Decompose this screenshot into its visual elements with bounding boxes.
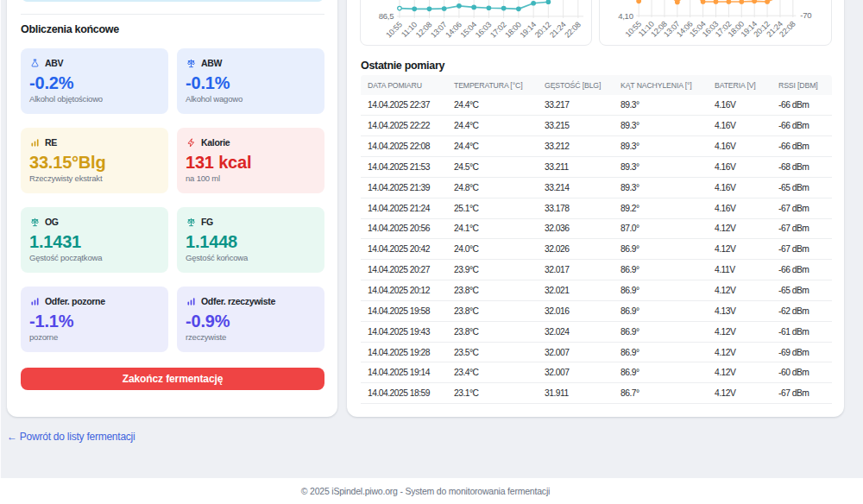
x-tick-label: 19:14	[518, 20, 538, 39]
table-cell: 4.12V	[708, 239, 772, 260]
chart-point	[398, 6, 402, 9]
page-left-edge	[0, 0, 1, 504]
chart-point	[457, 4, 462, 8]
stat-card-value: -0.2%	[29, 72, 160, 93]
table-cell: 31.911	[538, 383, 614, 404]
table-cell: 32.036	[538, 218, 614, 239]
table-cell: 23.9°C	[447, 260, 538, 280]
stat-card-kalorie: Kalorie131 kcalna 100 ml	[177, 128, 324, 193]
stat-card-sublabel: Rzeczywisty ekstrakt	[29, 173, 160, 183]
column-header: TEMPERATURA [°C]	[447, 75, 538, 95]
chart-point	[501, 6, 506, 9]
stat-card-label: OG	[45, 217, 59, 227]
table-cell: 86.9°	[614, 280, 708, 301]
column-header: KĄT NACHYLENIA [°]	[614, 75, 708, 95]
table-cell: 23.8°C	[447, 280, 538, 301]
stat-card-label: ABW	[201, 58, 222, 68]
table-cell: 4.13V	[708, 300, 772, 321]
stat-card-label: RE	[45, 137, 57, 148]
table-cell: 32.026	[538, 239, 614, 260]
table-cell: 4.16V	[708, 116, 772, 136]
battery-rssi-chart: 4,10-7010:5511:1012:0813:0714:0615:0416:…	[600, 0, 831, 45]
stat-card-odfer-pozorne: Odfer. pozorne-1.1%pozorne	[21, 287, 168, 352]
bar-chart-icon	[186, 297, 196, 306]
table-cell: 32.021	[538, 280, 614, 301]
table-cell: 4.12V	[708, 383, 772, 404]
column-header: DATA POMIARU	[361, 75, 447, 95]
table-cell: 4.12V	[708, 218, 772, 239]
table-cell: 32.024	[538, 321, 614, 342]
table-row: 14.04.2025 19:5823.8°C32.01686.9°4.13V-6…	[361, 300, 832, 321]
chart-point	[765, 0, 770, 3]
stat-card-label: ABV	[45, 58, 63, 68]
table-cell: 4.16V	[708, 177, 772, 198]
table-cell: 86.9°	[614, 239, 708, 260]
chart-point	[413, 7, 417, 10]
back-to-fermentations-link[interactable]: ← Powrót do listy fermentacji	[7, 431, 135, 443]
chart-point	[701, 0, 705, 3]
finish-fermentation-button[interactable]: Zakończ fermentację	[21, 368, 324, 390]
lightning-icon	[186, 138, 196, 148]
table-cell: 14.04.2025 22:37	[361, 95, 447, 116]
table-cell: 89.3°	[614, 136, 708, 157]
table-row: 14.04.2025 19:4323.8°C32.02486.9°4.12V-6…	[361, 321, 832, 342]
y-tick-label: 4,10	[618, 11, 633, 21]
table-cell: 87.0°	[614, 218, 708, 239]
table-cell: 24.5°C	[447, 157, 538, 178]
chart-point	[442, 7, 446, 10]
table-cell: 4.12V	[708, 321, 772, 342]
table-cell: 86.9°	[614, 300, 708, 321]
table-cell: 4.12V	[708, 280, 772, 301]
table-cell: 14.04.2025 20:12	[361, 280, 447, 301]
stat-card-sublabel: rzeczywiste	[186, 332, 316, 342]
table-cell: 14.04.2025 19:28	[361, 342, 447, 362]
divider	[21, 14, 324, 15]
table-cell: 32.017	[538, 260, 614, 280]
stat-card-value: -1.1%	[29, 311, 160, 331]
table-cell: -68 dBm	[772, 157, 832, 178]
stat-card-re: RE33.15°BlgRzeczywisty ekstrakt	[21, 128, 168, 193]
table-cell: -67 dBm	[772, 198, 832, 218]
table-cell: 86.9°	[614, 342, 708, 362]
x-tick-label: 17:02	[488, 20, 508, 39]
chart-point	[427, 7, 432, 10]
table-cell: 32.016	[538, 300, 614, 321]
table-cell: 23.1°C	[447, 383, 538, 404]
progress-bar-track	[22, 0, 323, 2]
table-cell: 89.3°	[614, 177, 708, 198]
chart-point	[740, 0, 744, 3]
measurements-panel: 87,086,510:5511:1012:0813:0714:0615:0416…	[347, 0, 844, 417]
table-cell: 32.007	[538, 362, 614, 383]
table-cell: 86.7°	[614, 383, 708, 404]
stat-card-label: FG	[201, 217, 213, 227]
table-header-row: DATA POMIARUTEMPERATURA [°C]GĘSTOŚĆ [BLG…	[361, 75, 832, 95]
footer-text: © 2025 iSpindel.piwo.org - System do mon…	[7, 478, 844, 496]
table-cell: -61 dBm	[772, 321, 832, 342]
table-cell: 89.2°	[614, 198, 708, 218]
footer: © 2025 iSpindel.piwo.org - System do mon…	[0, 478, 863, 504]
flask-icon	[30, 59, 40, 68]
chart-point	[676, 0, 680, 3]
table-cell: 14.04.2025 19:58	[361, 300, 447, 321]
stat-card-sublabel: na 100 ml	[186, 173, 316, 183]
stat-card-odfer-rzeczywiste: Odfer. rzeczywiste-0.9%rzeczywiste	[177, 287, 324, 352]
column-header: GĘSTOŚĆ [BLG]	[538, 75, 614, 95]
table-cell: 4.11V	[708, 260, 772, 280]
table-cell: 14.04.2025 21:53	[361, 157, 447, 178]
table-cell: 23.8°C	[447, 300, 538, 321]
x-tick-label: 22:08	[563, 20, 583, 39]
stat-card-value: 1.1431	[29, 231, 160, 252]
stat-card-value: 33.15°Blg	[29, 152, 160, 173]
table-cell: 14.04.2025 20:42	[361, 239, 447, 260]
stat-card-abv: ABV-0.2%Alkohol objętościowo	[21, 48, 168, 114]
table-cell: 33.217	[538, 95, 614, 116]
stat-card-value: 131 kcal	[186, 152, 316, 173]
table-cell: 89.3°	[614, 116, 708, 136]
table-cell: -67 dBm	[772, 383, 832, 404]
chart-point	[532, 2, 536, 5]
table-cell: 24.4°C	[447, 95, 538, 116]
measurements-table: DATA POMIARUTEMPERATURA [°C]GĘSTOŚĆ [BLG…	[361, 75, 832, 404]
final-calculations-panel: Obliczenia końcowe ABV-0.2%Alkohol objęt…	[7, 0, 337, 417]
stat-card-fg: FG1.1448Gęstość końcowa	[177, 207, 324, 273]
column-header: BATERIA [V]	[708, 75, 772, 95]
